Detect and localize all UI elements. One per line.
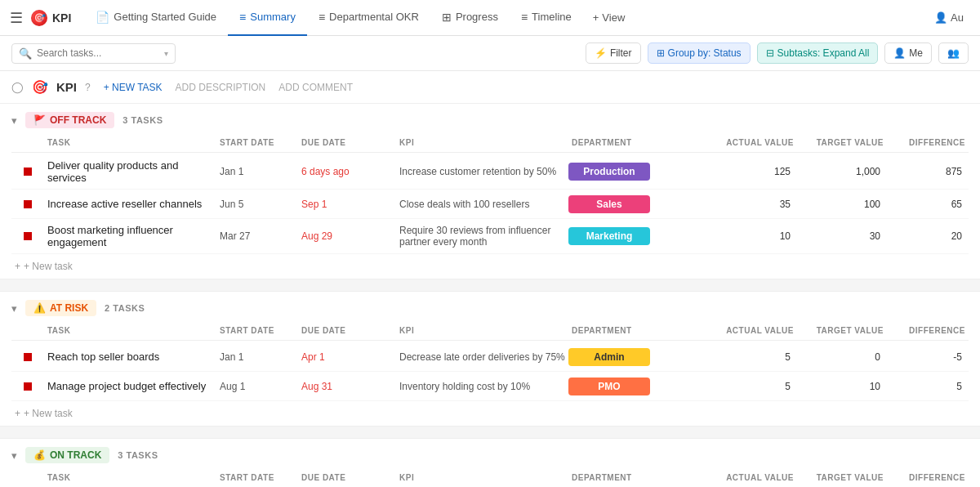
col-due: DUE DATE <box>298 471 396 484</box>
dept-badge: Marketing <box>568 227 650 245</box>
task-start-date: Mar 27 <box>216 230 298 242</box>
col-dept: DEPARTMENT <box>568 136 715 149</box>
task-kpi-text: Increase customer retention by 50% <box>396 166 568 177</box>
user-avatar-button[interactable]: 👤 Au <box>928 8 970 27</box>
task-actual-value: 5 <box>715 381 797 392</box>
section-off-track: 🚩 OFF TRACK 3 TASKS TASK START DATE DUE … <box>0 104 980 279</box>
col-diff: DIFFERENCE <box>887 136 969 149</box>
col-diff: DIFFERENCE <box>887 324 969 337</box>
logo-icon: 🎯 <box>31 10 47 26</box>
table-row: Manage project budget effectively Aug 1 … <box>11 372 969 401</box>
new-task-off-track-button[interactable]: + + New task <box>11 254 969 279</box>
task-target-value: 10 <box>797 381 887 392</box>
filter-button[interactable]: ⚡ Filter <box>586 42 641 64</box>
task-color-indicator <box>24 382 32 391</box>
tab-timeline-icon: ≡ <box>521 11 528 24</box>
invite-icon: 👥 <box>947 47 960 59</box>
kpi-info-icon[interactable]: ? <box>85 82 91 93</box>
flag-icon: 🚩 <box>33 114 46 126</box>
me-button[interactable]: 👤 Me <box>884 42 932 64</box>
tab-progress-icon: ⊞ <box>442 11 452 24</box>
col-kpi: KPI <box>396 471 568 484</box>
col-kpi: KPI <box>396 324 568 337</box>
tab-departmental-okr[interactable]: ≡ Departmental OKR <box>307 0 430 36</box>
col-due: DUE DATE <box>298 324 396 337</box>
tab-summary[interactable]: ≡ Summary <box>228 0 307 36</box>
warning-icon: ⚠️ <box>33 302 46 314</box>
collapse-on-track-button[interactable] <box>11 449 17 462</box>
section-at-risk: ⚠️ AT RISK 2 TASKS TASK START DATE DUE D… <box>0 292 980 426</box>
task-dept: Production <box>568 163 715 181</box>
filter-icon: ⚡ <box>595 47 607 59</box>
off-track-col-headers: TASK START DATE DUE DATE KPI DEPARTMENT … <box>11 133 969 153</box>
tab-progress[interactable]: ⊞ Progress <box>430 0 510 36</box>
search-input[interactable] <box>37 47 159 59</box>
group-by-button[interactable]: ⊞ Group by: Status <box>648 42 751 64</box>
plus-icon: + <box>593 11 599 24</box>
task-due-date: Apr 1 <box>298 351 396 363</box>
task-target-value: 1,000 <box>797 166 887 177</box>
tab-timeline[interactable]: ≡ Timeline <box>510 0 583 36</box>
task-name[interactable]: Manage project budget effectively <box>44 380 216 392</box>
col-start: START DATE <box>216 136 298 149</box>
table-row: Increase active reseller channels Jun 5 … <box>11 190 969 219</box>
coin-icon: 💰 <box>33 449 46 461</box>
task-dept: Sales <box>568 195 715 213</box>
add-view-button[interactable]: + View <box>583 11 635 24</box>
group-icon: ⊞ <box>657 47 665 59</box>
task-dept: Marketing <box>568 227 715 245</box>
off-track-badge: 🚩 OFF TRACK <box>25 112 114 128</box>
task-due-date: 6 days ago <box>298 166 396 177</box>
task-dept: PMO <box>568 378 715 395</box>
task-diff-value: 875 <box>887 166 969 177</box>
col-empty <box>11 136 44 149</box>
collapse-off-track-button[interactable] <box>11 114 17 127</box>
task-diff-value: 65 <box>887 199 969 210</box>
tab-getting-started[interactable]: 📄 Getting Started Guide <box>84 0 228 36</box>
task-dept: Admin <box>568 348 715 366</box>
kpi-target-icon: 🎯 <box>32 79 48 95</box>
section-divider-2 <box>0 426 980 439</box>
new-task-button[interactable]: + NEW TASK <box>104 82 163 93</box>
table-row: Deliver quality products and services Ja… <box>11 154 969 190</box>
person-icon: 👤 <box>934 11 947 24</box>
task-name[interactable]: Boost marketing influencer engagement <box>44 224 216 248</box>
col-target: TARGET VALUE <box>797 324 887 337</box>
add-comment-button[interactable]: ADD COMMENT <box>278 82 353 93</box>
col-dept: DEPARTMENT <box>568 471 715 484</box>
dropdown-icon[interactable]: ▾ <box>164 49 168 58</box>
on-track-badge: 💰 ON TRACK <box>25 447 109 463</box>
add-description-button[interactable]: ADD DESCRIPTION <box>176 82 266 93</box>
task-due-date: Aug 29 <box>298 230 396 242</box>
nav-logo: 🎯 KPI <box>31 10 71 26</box>
subtasks-button[interactable]: ⊟ Subtasks: Expand All <box>757 42 879 64</box>
task-name[interactable]: Deliver quality products and services <box>44 159 216 184</box>
tab-doc-icon: 📄 <box>96 11 109 24</box>
search-box[interactable]: 🔍 ▾ <box>11 43 176 64</box>
task-due-date: Aug 31 <box>298 381 396 392</box>
task-kpi-text: Decrease late order deliveries by 75% <box>396 351 568 363</box>
at-risk-table: TASK START DATE DUE DATE KPI DEPARTMENT … <box>0 321 980 426</box>
dept-badge: PMO <box>568 378 650 395</box>
collapse-kpi-button[interactable]: ◯ <box>11 81 24 93</box>
hamburger-icon[interactable]: ☰ <box>10 9 23 27</box>
kpi-title: KPI <box>56 80 77 94</box>
task-name[interactable]: Increase active reseller channels <box>44 198 216 210</box>
col-empty <box>11 471 44 484</box>
top-nav: ☰ 🎯 KPI 📄 Getting Started Guide ≡ Summar… <box>0 0 980 36</box>
invite-button[interactable]: 👥 <box>938 42 969 64</box>
on-track-col-headers: TASK START DATE DUE DATE KPI DEPARTMENT … <box>11 468 969 487</box>
new-task-at-risk-button[interactable]: + + New task <box>11 401 969 426</box>
collapse-at-risk-button[interactable] <box>11 302 17 315</box>
task-kpi-text: Require 30 reviews from influencer partn… <box>396 225 568 248</box>
task-name[interactable]: Reach top seller boards <box>44 351 216 363</box>
me-person-icon: 👤 <box>893 47 906 59</box>
at-risk-badge: ⚠️ AT RISK <box>25 300 96 316</box>
dept-badge: Sales <box>568 195 650 213</box>
col-actual: ACTUAL VALUE <box>715 471 797 484</box>
logo-label: KPI <box>52 11 71 25</box>
col-task: TASK <box>44 471 216 484</box>
col-start: START DATE <box>216 471 298 484</box>
plus-icon: + <box>15 261 20 272</box>
col-task: TASK <box>44 136 216 149</box>
